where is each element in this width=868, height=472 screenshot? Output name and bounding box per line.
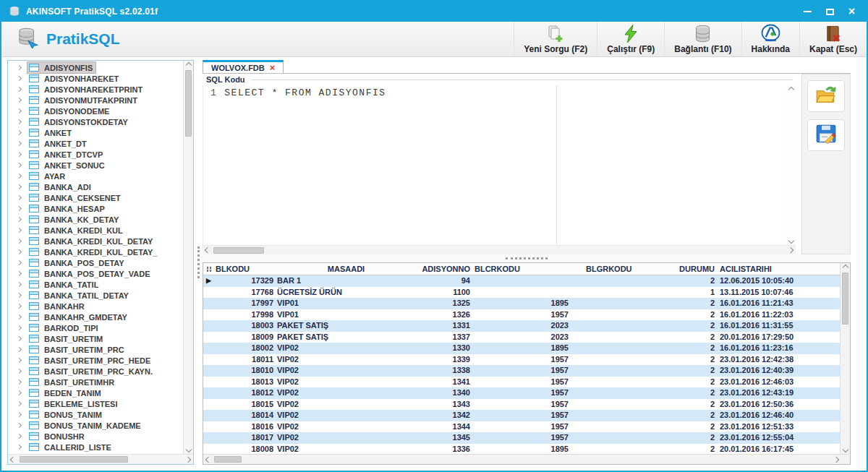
scroll-down-icon[interactable] bbox=[788, 238, 793, 244]
tree-item-table[interactable]: BANKA_HESAP bbox=[8, 203, 183, 214]
column-header-blcrkodu[interactable]: BLCRKODU bbox=[470, 265, 569, 273]
expand-chevron-icon[interactable] bbox=[17, 390, 22, 395]
table-row[interactable]: 18016 VIP02 1344 1957 2 23.01.2016 12:51… bbox=[203, 421, 840, 433]
expand-chevron-icon[interactable] bbox=[17, 304, 22, 309]
column-header-masaadi[interactable]: MASAADI bbox=[273, 265, 415, 273]
tree-item-table[interactable]: BEKLEME_LISTESI bbox=[8, 398, 183, 409]
tree-item-table[interactable]: BANKAHR bbox=[8, 301, 183, 312]
minimize-icon[interactable] bbox=[804, 11, 812, 12]
scroll-left-icon[interactable] bbox=[205, 456, 211, 462]
expand-chevron-icon[interactable] bbox=[17, 347, 22, 352]
column-header-acilistarihi[interactable]: ACILISTARIHI bbox=[715, 265, 840, 273]
results-splitter[interactable] bbox=[203, 254, 851, 262]
tree-splitter[interactable] bbox=[194, 60, 203, 465]
expand-chevron-icon[interactable] bbox=[17, 65, 22, 70]
tree-item-table[interactable]: BANKA_KREDI_KUL bbox=[8, 225, 183, 236]
grid-horizontal-scrollbar[interactable] bbox=[203, 454, 850, 464]
editor-horizontal-scrollbar[interactable] bbox=[203, 245, 796, 254]
table-row[interactable]: 18012 VIP02 1340 1957 2 23.01.2016 12:43… bbox=[203, 387, 840, 399]
table-row[interactable]: ▶ 17329 BAR 1 94 2 12.06.2015 10:05:40 bbox=[203, 275, 840, 287]
expand-chevron-icon[interactable] bbox=[17, 184, 22, 189]
expand-chevron-icon[interactable] bbox=[17, 412, 22, 417]
tab-close-icon[interactable]: × bbox=[270, 64, 276, 72]
tree-item-table[interactable]: BASIT_URETIM bbox=[8, 333, 183, 344]
table-row[interactable]: 18009 PAKET SATIŞ 1337 2023 2 20.01.2016… bbox=[203, 332, 840, 343]
tree-vscroll-thumb[interactable] bbox=[185, 70, 192, 137]
connection-button[interactable]: Bağlantı (F10) bbox=[664, 22, 741, 56]
tree-item-table[interactable]: BARKOD_TIPI bbox=[8, 322, 183, 333]
table-row[interactable]: 18003 PAKET SATIŞ 1331 2023 2 16.01.2016… bbox=[203, 320, 840, 332]
expand-chevron-icon[interactable] bbox=[17, 249, 22, 254]
table-row[interactable]: 18002 VIP02 1330 1895 2 16.01.2016 11:23… bbox=[203, 343, 840, 354]
expand-chevron-icon[interactable] bbox=[17, 401, 22, 406]
expand-chevron-icon[interactable] bbox=[17, 119, 22, 124]
table-row[interactable]: 18013 VIP02 1341 1957 2 23.01.2016 12:46… bbox=[203, 377, 840, 388]
table-row[interactable]: 18017 VIP02 1345 1957 2 23.01.2016 12:55… bbox=[203, 432, 840, 444]
expand-chevron-icon[interactable] bbox=[17, 445, 22, 450]
table-row[interactable]: 17998 VIP01 1326 1957 2 16.01.2016 11:22… bbox=[203, 309, 840, 321]
table-row[interactable]: 18011 VIP02 1339 1957 2 23.01.2016 12:42… bbox=[203, 354, 840, 366]
tree-item-table[interactable]: ADISYONODEME bbox=[8, 106, 183, 116]
expand-chevron-icon[interactable] bbox=[17, 108, 22, 113]
tree-item-table[interactable]: BANKA_KREDI_KUL_DETAY bbox=[8, 236, 183, 246]
editor-vertical-scrollbar[interactable] bbox=[786, 85, 796, 245]
tree-horizontal-scrollbar[interactable] bbox=[8, 454, 193, 464]
expand-chevron-icon[interactable] bbox=[17, 314, 22, 319]
table-row[interactable]: 17768 ÜCRETSİZ ÜRÜN 1100 1 13.11.2015 10… bbox=[203, 287, 840, 299]
scroll-down-icon[interactable] bbox=[185, 447, 191, 452]
tree-item-table[interactable]: BASIT_URETIM_PRC bbox=[8, 344, 183, 355]
column-header-durumu[interactable]: DURUMU bbox=[654, 265, 715, 273]
expand-chevron-icon[interactable] bbox=[17, 369, 22, 374]
tree-item-table[interactable]: BANKA_TATIL_DETAY bbox=[8, 290, 183, 301]
expand-chevron-icon[interactable] bbox=[17, 358, 22, 363]
table-row[interactable]: 18015 VIP02 1343 1957 2 23.01.2016 12:50… bbox=[203, 399, 840, 411]
tree-item-table[interactable]: ANKET_DTCVP bbox=[8, 149, 183, 160]
scroll-up-icon[interactable] bbox=[842, 265, 848, 270]
column-header-blkodu[interactable]: BLKODU bbox=[214, 265, 273, 273]
tree-item-table[interactable]: BONUS_TANIM bbox=[8, 409, 183, 420]
about-button[interactable]: Hakkında bbox=[741, 22, 799, 56]
expand-chevron-icon[interactable] bbox=[17, 293, 22, 298]
close-icon[interactable]: × bbox=[848, 7, 855, 17]
grid-vertical-scrollbar[interactable] bbox=[840, 263, 850, 454]
scroll-right-icon[interactable] bbox=[833, 456, 839, 462]
tree-hscroll-thumb[interactable] bbox=[20, 456, 128, 463]
tree-item-table[interactable]: ADISYONSTOKDETAY bbox=[8, 116, 183, 127]
expand-chevron-icon[interactable] bbox=[17, 260, 22, 265]
open-query-button[interactable] bbox=[807, 80, 845, 112]
table-row[interactable]: 17997 VIP01 1325 1895 2 16.01.2016 11:21… bbox=[203, 298, 840, 309]
tree-item-table[interactable]: ADISYONFIS bbox=[8, 62, 183, 73]
expand-chevron-icon[interactable] bbox=[17, 130, 22, 135]
tree-item-table[interactable]: ANKET bbox=[8, 127, 183, 138]
tree-item-table[interactable]: ANKET_DT bbox=[8, 138, 183, 149]
table-row[interactable]: 18010 VIP02 1338 1957 2 23.01.2016 12:40… bbox=[203, 365, 840, 377]
expand-chevron-icon[interactable] bbox=[17, 195, 22, 200]
expand-chevron-icon[interactable] bbox=[17, 141, 22, 146]
scroll-left-icon[interactable] bbox=[10, 456, 16, 462]
expand-chevron-icon[interactable] bbox=[17, 98, 22, 103]
close-app-button[interactable]: Kapat (Esc) bbox=[799, 22, 867, 56]
grid-vscroll-thumb[interactable] bbox=[842, 273, 848, 325]
expand-chevron-icon[interactable] bbox=[17, 76, 22, 81]
tree-item-table[interactable]: BEDEN_TANIM bbox=[8, 387, 183, 398]
expand-chevron-icon[interactable] bbox=[17, 379, 22, 385]
expand-chevron-icon[interactable] bbox=[17, 282, 22, 287]
tree-item-table[interactable]: BANKA_POS_DETAY_VADE bbox=[8, 268, 183, 279]
expand-chevron-icon[interactable] bbox=[17, 152, 22, 157]
expand-chevron-icon[interactable] bbox=[17, 228, 22, 233]
tree-item-table[interactable]: BANKA_ADI bbox=[8, 181, 183, 192]
new-query-button[interactable]: Yeni Sorgu (F2) bbox=[514, 22, 597, 56]
tree-item-table[interactable]: AYAR bbox=[8, 171, 183, 181]
expand-chevron-icon[interactable] bbox=[17, 173, 22, 179]
tab-wolvox-fdb[interactable]: WOLVOX.FDB × bbox=[203, 60, 284, 73]
tree-item-table[interactable]: BANKAHR_GMDETAY bbox=[8, 312, 183, 322]
scroll-left-icon[interactable] bbox=[205, 247, 210, 253]
scroll-up-icon[interactable] bbox=[185, 62, 191, 68]
grid-hscroll-thumb[interactable] bbox=[214, 456, 242, 463]
expand-chevron-icon[interactable] bbox=[17, 206, 22, 211]
expand-chevron-icon[interactable] bbox=[17, 217, 22, 222]
tree-item-table[interactable]: BONUSHR bbox=[8, 431, 183, 442]
tree-item-table[interactable]: BANKA_POS_DETAY bbox=[8, 257, 183, 268]
scroll-right-icon[interactable] bbox=[185, 456, 191, 462]
expand-chevron-icon[interactable] bbox=[17, 271, 22, 276]
